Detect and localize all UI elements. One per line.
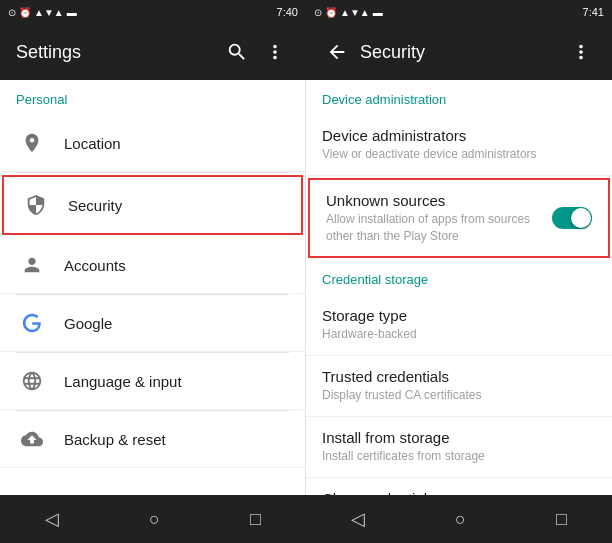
- trusted-credentials-title: Trusted credentials: [322, 368, 596, 385]
- right-more-options-icon[interactable]: [566, 37, 596, 67]
- trusted-credentials-text: Trusted credentials Display trusted CA c…: [322, 368, 596, 404]
- dual-toolbar: Settings Security: [0, 24, 612, 80]
- signal-icons: ▲▼▲: [34, 7, 64, 18]
- language-icon: [16, 365, 48, 397]
- right-toolbar: Security: [306, 24, 612, 80]
- trusted-credentials-subtitle: Display trusted CA certificates: [322, 387, 596, 404]
- toggle-knob: [571, 208, 591, 228]
- left-toolbar: Settings: [0, 24, 306, 80]
- install-from-storage-text: Install from storage Install certificate…: [322, 429, 596, 465]
- device-administrators-subtitle: View or deactivate device administrators: [322, 146, 596, 163]
- signal-icons-r: ▲▼▲: [340, 7, 370, 18]
- unknown-sources-item[interactable]: Unknown sources Allow installation of ap…: [308, 178, 610, 259]
- unknown-sources-title: Unknown sources: [326, 192, 544, 209]
- battery-icon-r: ⊙: [314, 7, 322, 18]
- left-nav-bar: ◁ ○ □: [0, 495, 306, 543]
- left-back-nav-icon[interactable]: ◁: [37, 500, 67, 538]
- left-panel: Personal Location Security: [0, 80, 306, 495]
- more-options-icon[interactable]: [260, 37, 290, 67]
- right-time: 7:41: [583, 6, 604, 18]
- alarm-icon: ⏰: [19, 7, 31, 18]
- location-label: Location: [64, 135, 121, 152]
- backup-label: Backup & reset: [64, 431, 166, 448]
- device-admin-header: Device administration: [306, 80, 612, 115]
- security-title: Security: [360, 42, 558, 63]
- battery-icon: ⊙: [8, 7, 16, 18]
- language-label: Language & input: [64, 373, 182, 390]
- install-from-storage-item[interactable]: Install from storage Install certificate…: [306, 417, 612, 478]
- dual-nav-bar: ◁ ○ □ ◁ ○ □: [0, 495, 612, 543]
- back-icon[interactable]: [322, 37, 352, 67]
- security-icon: [20, 189, 52, 221]
- trusted-credentials-item[interactable]: Trusted credentials Display trusted CA c…: [306, 356, 612, 417]
- unknown-sources-subtitle: Allow installation of apps from sources …: [326, 211, 544, 245]
- unknown-sources-toggle[interactable]: [552, 207, 592, 229]
- device-administrators-text: Device administrators View or deactivate…: [322, 127, 596, 163]
- search-icon[interactable]: [222, 37, 252, 67]
- unknown-sources-text: Unknown sources Allow installation of ap…: [326, 192, 544, 245]
- right-back-nav-icon[interactable]: ◁: [343, 500, 373, 538]
- sidebar-item-backup[interactable]: Backup & reset: [0, 411, 305, 468]
- sidebar-item-location[interactable]: Location: [0, 115, 305, 172]
- location-icon: [16, 127, 48, 159]
- right-status-bar: ⊙ ⏰ ▲▼▲ ▬ 7:41: [306, 0, 612, 24]
- right-home-nav-icon[interactable]: ○: [447, 501, 474, 538]
- device-administrators-item[interactable]: Device administrators View or deactivate…: [306, 115, 612, 176]
- personal-section-label: Personal: [0, 80, 305, 115]
- left-status-bar: ⊙ ⏰ ▲▼▲ ▬ 7:40: [0, 0, 306, 24]
- backup-icon: [16, 423, 48, 455]
- settings-title: Settings: [16, 42, 214, 63]
- credential-storage-header: Credential storage: [306, 260, 612, 295]
- storage-type-title: Storage type: [322, 307, 596, 324]
- right-recent-nav-icon[interactable]: □: [548, 501, 575, 538]
- google-icon: [16, 307, 48, 339]
- google-label: Google: [64, 315, 112, 332]
- left-recent-nav-icon[interactable]: □: [242, 501, 269, 538]
- storage-type-subtitle: Hardware-backed: [322, 326, 596, 343]
- device-administrators-title: Device administrators: [322, 127, 596, 144]
- battery-level: ▬: [67, 7, 77, 18]
- security-content: Device administration Device administrat…: [306, 80, 612, 495]
- right-status-icons: ⊙ ⏰ ▲▼▲ ▬: [314, 7, 383, 18]
- alarm-icon-r: ⏰: [325, 7, 337, 18]
- left-time: 7:40: [277, 6, 298, 18]
- screen-container: Personal Location Security: [0, 80, 612, 495]
- install-from-storage-subtitle: Install certificates from storage: [322, 448, 596, 465]
- storage-type-text: Storage type Hardware-backed: [322, 307, 596, 343]
- install-from-storage-title: Install from storage: [322, 429, 596, 446]
- right-panel: Device administration Device administrat…: [306, 80, 612, 495]
- security-label: Security: [68, 197, 122, 214]
- battery-level-r: ▬: [373, 7, 383, 18]
- left-status-icons: ⊙ ⏰ ▲▼▲ ▬: [8, 7, 77, 18]
- accounts-icon: [16, 249, 48, 281]
- storage-type-item[interactable]: Storage type Hardware-backed: [306, 295, 612, 356]
- dual-status-bar: ⊙ ⏰ ▲▼▲ ▬ 7:40 ⊙ ⏰ ▲▼▲ ▬ 7:41: [0, 0, 612, 24]
- clear-credentials-item[interactable]: Clear credentials: [306, 478, 612, 495]
- sidebar-item-security[interactable]: Security: [2, 175, 303, 235]
- sidebar-item-accounts[interactable]: Accounts: [0, 237, 305, 294]
- right-nav-bar: ◁ ○ □: [306, 495, 612, 543]
- sidebar-item-language[interactable]: Language & input: [0, 353, 305, 410]
- sidebar-item-google[interactable]: Google: [0, 295, 305, 352]
- settings-list: Personal Location Security: [0, 80, 305, 495]
- accounts-label: Accounts: [64, 257, 126, 274]
- left-home-nav-icon[interactable]: ○: [141, 501, 168, 538]
- divider-1: [16, 172, 289, 173]
